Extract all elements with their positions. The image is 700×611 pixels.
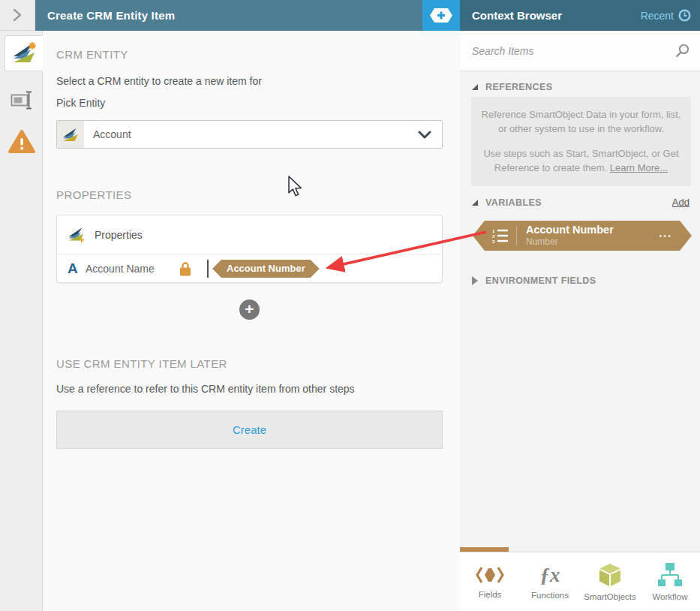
references-info-line1: Reference SmartObject Data in your form,… xyxy=(480,108,682,137)
property-label: Account Name xyxy=(86,263,168,275)
use-later-heading: USE CRM ENTITY ITEM LATER xyxy=(56,357,227,370)
context-browser-header: Context Browser Recent xyxy=(460,0,700,31)
triangle-expanded-icon xyxy=(472,200,478,206)
create-button-label: Create xyxy=(233,423,266,436)
crm-entity-icon xyxy=(12,41,36,65)
properties-card-header[interactable]: Properties xyxy=(57,215,442,254)
create-reference-button[interactable]: Create xyxy=(56,411,443,449)
step-header: Create CRM Entity Item xyxy=(35,0,422,31)
variable-menu-button[interactable]: ••• xyxy=(659,231,672,240)
add-property-button[interactable]: + xyxy=(239,299,260,320)
references-info-line2: Use steps such as Start, SmartObject, or… xyxy=(480,147,682,176)
plus-icon: + xyxy=(245,301,254,317)
crm-entity-description: Select a CRM entity to create a new item… xyxy=(56,75,262,87)
tab-smartobjects-label: SmartObjects xyxy=(584,592,636,601)
variable-tag[interactable]: Account Number xyxy=(212,260,320,278)
rename-step-icon xyxy=(11,90,33,110)
tab-fields-label: Fields xyxy=(479,590,502,599)
smartobjects-icon xyxy=(598,563,622,587)
tab-functions[interactable]: ƒx Functions xyxy=(520,552,580,611)
clock-icon xyxy=(678,9,691,22)
properties-icon xyxy=(68,226,86,244)
recent-label: Recent xyxy=(641,10,674,22)
context-browser-panel: REFERENCES Reference SmartObject Data in… xyxy=(460,31,700,611)
search-bar xyxy=(460,31,700,71)
use-later-description: Use a reference to refer to this CRM ent… xyxy=(56,383,355,395)
environment-fields-heading: ENVIRONMENT FIELDS xyxy=(485,275,596,286)
tag-plus-icon xyxy=(430,8,452,23)
properties-card-title: Properties xyxy=(95,229,143,241)
variable-item-account-number[interactable]: 123 Account Number Number ••• xyxy=(473,221,692,251)
entity-icon-cell xyxy=(57,121,84,148)
chevron-right-icon xyxy=(11,8,23,22)
tab-workflow[interactable]: Workflow xyxy=(640,552,700,611)
environment-fields-section-header[interactable]: ENVIRONMENT FIELDS xyxy=(472,275,596,286)
numbered-list-icon: 123 xyxy=(492,227,509,244)
text-type-icon: A xyxy=(68,260,86,277)
add-variable-header-button[interactable] xyxy=(422,0,460,31)
workflow-icon xyxy=(657,563,683,587)
triangle-expanded-icon xyxy=(472,84,478,90)
tab-smartobjects[interactable]: SmartObjects xyxy=(580,552,640,611)
chevron-down-icon xyxy=(418,131,431,139)
search-icon[interactable] xyxy=(675,44,689,58)
workflow-designer-app: Create CRM Entity Item Context Browser R… xyxy=(0,0,700,611)
entity-icon xyxy=(62,126,79,143)
entity-dropdown-value: Account xyxy=(93,128,418,140)
sidebar-item-entity-setup[interactable] xyxy=(5,35,43,71)
lock-icon xyxy=(179,261,192,276)
functions-icon: ƒx xyxy=(540,564,560,585)
recent-button[interactable]: Recent xyxy=(641,9,691,22)
variable-texts: Account Number Number xyxy=(526,224,659,247)
property-value-field[interactable]: Account Number xyxy=(203,254,442,283)
references-info-box: Reference SmartObject Data in your form,… xyxy=(471,97,691,186)
svg-text:1: 1 xyxy=(492,228,495,233)
lock-cell[interactable] xyxy=(168,261,203,276)
step-config-panel: CRM ENTITY Select a CRM entity to create… xyxy=(43,31,460,611)
crm-entity-heading: CRM ENTITY xyxy=(56,48,128,61)
variables-heading: VARIABLES xyxy=(485,197,542,208)
pick-entity-label: Pick Entity xyxy=(56,97,105,109)
context-browser-title: Context Browser xyxy=(472,9,562,22)
svg-text:2: 2 xyxy=(492,233,495,239)
triangle-collapsed-icon xyxy=(472,276,478,285)
page-title: Create CRM Entity Item xyxy=(47,9,175,22)
learn-more-link[interactable]: Learn More... xyxy=(610,162,668,173)
references-section-header[interactable]: REFERENCES xyxy=(472,82,552,92)
divider xyxy=(516,226,517,245)
sidebar-item-step-name[interactable] xyxy=(0,82,43,118)
variable-name: Account Number xyxy=(526,224,659,236)
collapse-panel-button[interactable] xyxy=(0,0,35,31)
sidebar-item-warnings[interactable] xyxy=(0,124,43,160)
variable-type: Number xyxy=(526,236,659,247)
tab-fields[interactable]: Fields xyxy=(460,552,520,611)
references-heading: REFERENCES xyxy=(485,82,552,92)
entity-dropdown[interactable]: Account xyxy=(56,120,443,149)
fields-icon xyxy=(476,565,504,585)
active-tab-indicator xyxy=(460,547,509,552)
properties-heading: PROPERTIES xyxy=(56,188,131,201)
step-sidebar xyxy=(0,31,43,611)
property-row-account-name: A Account Name Account Number xyxy=(57,254,442,283)
tab-workflow-label: Workflow xyxy=(652,592,687,601)
text-caret xyxy=(207,260,209,278)
warning-icon xyxy=(8,130,35,154)
properties-card: Properties A Account Name Account Number xyxy=(56,215,443,283)
search-input[interactable] xyxy=(472,45,675,57)
add-variable-link[interactable]: Add xyxy=(672,197,689,208)
tab-functions-label: Functions xyxy=(531,591,569,600)
variables-section-header[interactable]: VARIABLES xyxy=(472,197,542,208)
context-browser-tabs: Fields ƒx Functions SmartObjects xyxy=(460,552,700,611)
svg-text:3: 3 xyxy=(492,239,495,244)
